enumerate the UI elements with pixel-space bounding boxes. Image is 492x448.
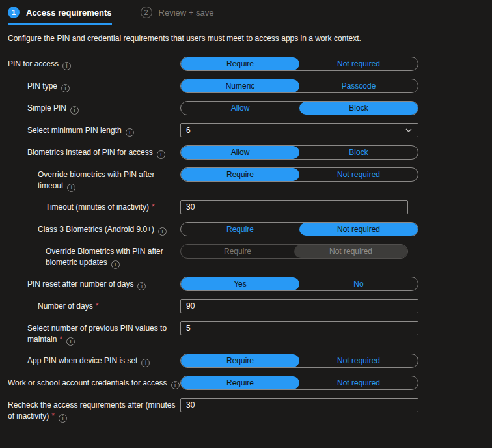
toggle-option[interactable]: Not required xyxy=(299,168,418,181)
row-recheck-access-requirements: Recheck the access requirements after (m… xyxy=(8,398,484,423)
field-label: PIN for accessi xyxy=(8,57,180,70)
row-pin-for-access: PIN for accessi Require Not required xyxy=(8,57,484,71)
row-timeout-minutes: Timeout (minutes of inactivity)* xyxy=(8,200,484,214)
wizard-steps: 1 Access requirements 2 Review + save xyxy=(8,7,484,25)
toggle-option[interactable]: Numeric xyxy=(181,79,299,92)
row-previous-pin-values: Select number of previous PIN values to … xyxy=(8,321,484,346)
step-2-badge: 2 xyxy=(141,7,152,18)
toggle-option[interactable]: Passcode xyxy=(299,79,418,92)
toggle-option[interactable]: Allow xyxy=(181,146,299,159)
field-label: Number of days* xyxy=(8,299,180,312)
toggle-option: Require xyxy=(181,245,294,258)
info-icon[interactable]: i xyxy=(67,184,75,192)
row-pin-type: PIN typei Numeric Passcode xyxy=(8,79,484,93)
info-icon[interactable]: i xyxy=(137,282,146,290)
step-1-badge: 1 xyxy=(8,7,20,18)
toggle-option[interactable]: Require xyxy=(181,354,299,367)
toggle-option[interactable]: Require xyxy=(181,223,299,236)
info-icon[interactable]: i xyxy=(141,359,150,367)
info-icon[interactable]: i xyxy=(111,260,120,269)
toggle-option[interactable]: Block xyxy=(299,102,418,115)
field-label: App PIN when device PIN is seti xyxy=(8,354,180,367)
field-label: PIN typei xyxy=(8,79,180,92)
toggle-pin-reset-days: Yes No xyxy=(180,277,418,291)
row-biometrics-instead-of-pin: Biometrics instead of PIN for accessi Al… xyxy=(8,145,484,160)
toggle-class3-biometrics: Require Not required xyxy=(180,222,418,236)
toggle-work-school-credentials: Require Not required xyxy=(180,376,418,390)
field-label: Select number of previous PIN values to … xyxy=(8,321,180,346)
row-class3-biometrics: Class 3 Biometrics (Android 9.0+)i Requi… xyxy=(8,222,484,236)
toggle-override-biometrics-updates: Require Not required xyxy=(180,244,408,259)
info-icon[interactable]: i xyxy=(126,128,134,137)
toggle-option[interactable]: Allow xyxy=(181,102,299,115)
toggle-option: Not required xyxy=(294,245,407,258)
info-icon[interactable]: i xyxy=(158,227,167,236)
row-work-school-credentials: Work or school account credentials for a… xyxy=(8,376,484,390)
field-label: Work or school account credentials for a… xyxy=(8,376,180,389)
toggle-option[interactable]: Require xyxy=(181,376,299,389)
tab-review-save[interactable]: 2 Review + save xyxy=(141,7,214,23)
access-requirements-page: 1 Access requirements 2 Review + save Co… xyxy=(0,0,492,423)
dropdown-min-pin-length[interactable]: 6 xyxy=(180,123,418,137)
toggle-biometrics-instead-of-pin: Allow Block xyxy=(180,145,418,160)
toggle-option[interactable]: Block xyxy=(299,146,418,159)
field-label: Timeout (minutes of inactivity)* xyxy=(8,200,180,213)
info-icon[interactable]: i xyxy=(61,84,70,92)
toggle-app-pin-device-pin: Require Not required xyxy=(180,354,418,368)
row-override-biometrics-timeout: Override biometrics with PIN after timeo… xyxy=(8,167,484,192)
input-number-of-days[interactable] xyxy=(180,299,418,313)
field-label: Biometrics instead of PIN for accessi xyxy=(8,145,180,159)
row-min-pin-length: Select minimum PIN lengthi 6 xyxy=(8,123,484,137)
toggle-option[interactable]: Not required xyxy=(299,354,418,367)
info-icon[interactable]: i xyxy=(66,337,75,346)
required-asterisk: * xyxy=(59,335,62,344)
input-recheck-minutes[interactable] xyxy=(180,398,418,412)
toggle-pin-for-access: Require Not required xyxy=(180,57,418,71)
toggle-option[interactable]: Yes xyxy=(181,277,299,290)
input-timeout-minutes[interactable] xyxy=(180,200,408,214)
toggle-option[interactable]: Require xyxy=(181,57,299,70)
field-label: Override biometrics with PIN after timeo… xyxy=(8,167,180,192)
toggle-option[interactable]: Require xyxy=(181,168,299,181)
row-app-pin-device-pin: App PIN when device PIN is seti Require … xyxy=(8,354,484,368)
field-label: Recheck the access requirements after (m… xyxy=(8,398,180,423)
input-previous-pin-values[interactable] xyxy=(180,321,418,335)
field-label: Select minimum PIN lengthi xyxy=(8,123,180,137)
row-simple-pin: Simple PINi Allow Block xyxy=(8,101,484,115)
toggle-pin-type: Numeric Passcode xyxy=(180,79,418,93)
row-override-biometrics-updates: Override Biometrics with PIN after biome… xyxy=(8,244,484,269)
field-label: Class 3 Biometrics (Android 9.0+)i xyxy=(8,222,180,236)
required-asterisk: * xyxy=(96,301,99,311)
info-icon[interactable]: i xyxy=(157,150,165,159)
toggle-option[interactable]: Not required xyxy=(299,57,418,70)
info-icon[interactable]: i xyxy=(62,62,71,70)
field-label: Simple PINi xyxy=(8,101,180,115)
dropdown-value: 6 xyxy=(186,126,191,135)
toggle-option[interactable]: No xyxy=(299,277,418,290)
tab-review-save-label: Review + save xyxy=(159,8,214,18)
info-icon[interactable]: i xyxy=(59,414,67,423)
required-asterisk: * xyxy=(152,203,155,212)
toggle-simple-pin: Allow Block xyxy=(180,101,418,115)
field-label: PIN reset after number of daysi xyxy=(8,277,180,290)
tab-access-requirements[interactable]: 1 Access requirements xyxy=(8,7,112,25)
tab-access-requirements-label: Access requirements xyxy=(26,8,112,18)
info-icon[interactable]: i xyxy=(171,381,180,389)
toggle-option[interactable]: Not required xyxy=(299,376,418,389)
row-pin-reset-days: PIN reset after number of daysi Yes No xyxy=(8,277,484,291)
field-label: Override Biometrics with PIN after biome… xyxy=(8,244,180,269)
row-number-of-days: Number of days* xyxy=(8,299,484,313)
toggle-override-biometrics-timeout: Require Not required xyxy=(180,167,418,182)
toggle-option[interactable]: Not required xyxy=(299,223,418,236)
page-description: Configure the PIN and credential require… xyxy=(8,34,484,43)
info-icon[interactable]: i xyxy=(70,106,79,115)
required-asterisk: * xyxy=(51,412,55,421)
chevron-down-icon xyxy=(405,126,413,134)
